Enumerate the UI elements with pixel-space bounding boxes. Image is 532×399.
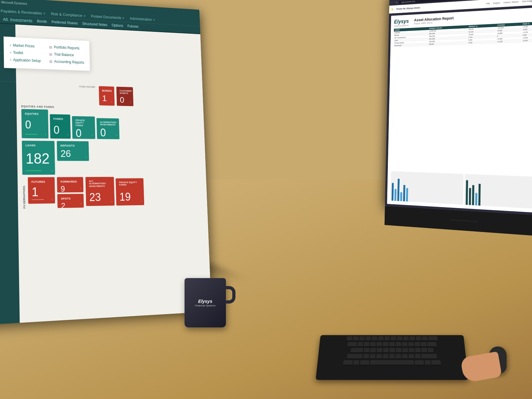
left-monitor-screen: Elysys Financial Systems - Microsoft Dyn… [0, 0, 212, 326]
tile-customer-label: CUSTOMER ASSETS [120, 90, 130, 95]
nav-item-payables[interactable]: Payables & Receivables ∨ [1, 9, 45, 16]
dropdown-accounting-reports[interactable]: ▤ Accounting Reports [49, 59, 84, 65]
pbi-insights-btn[interactable]: Get Insights [522, 0, 532, 3]
pbi-table-area: ASSET MARKET VALUE WEIGHT % CHANGE PERF … [391, 21, 532, 175]
pbi-chat-btn[interactable]: Chat in Teams [503, 0, 518, 4]
key [396, 342, 401, 347]
tile-customer: CUSTOMER ASSETS 0 › [116, 87, 133, 106]
mug-brand: Elysys [198, 298, 212, 304]
pbi-bar-chart [390, 171, 464, 205]
key-enter [427, 342, 437, 347]
tile-arrow-icon: › [111, 100, 112, 103]
left-monitor: Elysys Financial Systems - Microsoft Dyn… [0, 0, 212, 345]
nav-item-label: Administration [130, 16, 152, 22]
nav-label: Futures [127, 24, 138, 29]
nav-item-posted[interactable]: Posted Documents ∨ [91, 14, 124, 20]
tile-alt-inv: ALTERNATIVES INVESTMENTS 0 › [96, 118, 119, 139]
tile-futures-value: 1 [32, 186, 52, 198]
key [378, 336, 383, 341]
dropdown-portfolio-reports[interactable]: ▤ Portfolio Reports [49, 45, 84, 51]
dropdown-menu: › Market Prices › Toolkit › Application … [15, 37, 90, 71]
fixed-income-section: FIXED INCOME BONDS 1 › CUSTOMER ASSETS 0… [21, 84, 199, 108]
key [396, 354, 402, 359]
dropdown-market-prices[interactable]: › Market Prices [15, 43, 40, 49]
trial-balance-label: Trial Balance [54, 52, 74, 57]
nav-item-options[interactable]: Options [112, 23, 123, 28]
chart-bar [478, 184, 480, 206]
tile-arrow-icon: › [86, 156, 87, 159]
dropdown-toolkit[interactable]: › Toolkit [15, 50, 41, 56]
app-topbar-label: Elysys Financial Systems - Microsoft Dyn… [0, 0, 27, 5]
tile-alt-label: ALTERNATIVES INVESTMENTS [100, 121, 116, 126]
nav-label: Structured Notes [82, 22, 107, 27]
key-backspace [428, 336, 438, 341]
sidebar-item-journals1[interactable]: nals [0, 26, 16, 37]
nav-item-structured[interactable]: Structured Notes [82, 22, 107, 27]
key [354, 360, 359, 365]
key-ctrl [343, 360, 353, 365]
tile-alt-value: 0 [100, 127, 116, 138]
key [409, 354, 414, 359]
accounting-reports-label: Accounting Reports [54, 60, 84, 65]
back-office-nav[interactable]: – Back-Office ∨ [0, 80, 16, 91]
elysys-logo-text: Elysys [394, 18, 409, 25]
dropdown-app-setup[interactable]: › Application Setup [15, 58, 41, 63]
spacer [423, 4, 483, 7]
refresh-button[interactable]: ↻ [396, 1, 398, 4]
tile-equities-value: 0 [25, 119, 45, 131]
pbi-export-btn[interactable]: Export [493, 2, 500, 5]
pbi-content: Elysys Financial Systems Asset Allocatio… [385, 4, 532, 216]
tile-arrow-icon: › [52, 169, 53, 172]
eq-label-col: EQUITIES AND FUNDS EQUITIES 0 › [21, 105, 120, 139]
tile-line [32, 199, 44, 200]
tile-arrow-icon: › [141, 200, 142, 203]
key [376, 354, 382, 359]
mug-container: Elysys Financial Systems [185, 278, 232, 335]
key [409, 348, 414, 353]
key [370, 348, 376, 353]
toolkit-label: Toolkit [15, 51, 23, 55]
nav-item-preferred[interactable]: Preferred Shares [52, 20, 78, 25]
tile-customer-value: 0 [120, 96, 130, 104]
back-button[interactable]: ‹ [391, 1, 392, 4]
key [391, 336, 396, 341]
chart-bar [472, 185, 474, 205]
tile-pe-value: 0 [76, 128, 92, 139]
forward-button[interactable]: › [394, 1, 394, 4]
dashboard-area: FIXED INCOME BONDS 1 › CUSTOMER ASSETS 0… [21, 84, 203, 208]
key [365, 336, 371, 341]
right-monitor: Allocation Report - Power BI ‹ › ↻ app.p… [384, 0, 532, 237]
key [357, 342, 363, 347]
cell-change: +1,100 [496, 39, 522, 43]
keyboard-row-4 [318, 353, 466, 359]
nav-item-label: Payables & Receivables [1, 9, 42, 16]
key [364, 342, 369, 347]
mug-text-area: Elysys Financial Systems [191, 298, 220, 307]
report-icon: ▤ [49, 59, 52, 63]
nav-item-futures-nav[interactable]: Futures [127, 24, 138, 29]
report-icon: ▤ [49, 45, 52, 49]
key [370, 342, 376, 347]
tile-pe-funds-big: PRIVATE EQUITY FUNDS 19 › [116, 178, 144, 206]
alt-section: ALT. ALTERNATIVES INVESTMENTS 23 › PRIVA… [85, 177, 144, 207]
key-shift-left [347, 354, 362, 359]
fixed-income-label: FIXED INCOME [79, 86, 95, 88]
tile-futures-label: FUTURES [32, 180, 51, 184]
fi-label-area: FIXED INCOME [79, 86, 96, 105]
deposits-col: DEPOSITS 26 › [57, 141, 89, 175]
pbi-file-btn[interactable]: File [486, 2, 490, 5]
tile-forwards-label: FORWARDS [60, 180, 80, 184]
keyboard-row-2 [319, 341, 465, 347]
key-ctrl-right [431, 360, 441, 365]
nav-arrow: ∨ [153, 18, 155, 21]
key [428, 348, 433, 353]
nav-item-admin[interactable]: Administration ∨ [130, 16, 155, 22]
tile-deposits-label: DEPOSITS [60, 144, 85, 148]
elysys-logo-area: Elysys Financial Systems [394, 18, 409, 27]
nav-item-altinv[interactable]: Alt. Investments [3, 17, 32, 23]
nav-item-risk[interactable]: Risk & Compliance ∨ [51, 11, 85, 18]
nav-item-bonds[interactable]: Bonds [37, 19, 47, 24]
nav-label: Options [112, 23, 123, 28]
key [383, 342, 388, 347]
dropdown-trial-balance[interactable]: ▤ Trial Balance [49, 52, 84, 58]
